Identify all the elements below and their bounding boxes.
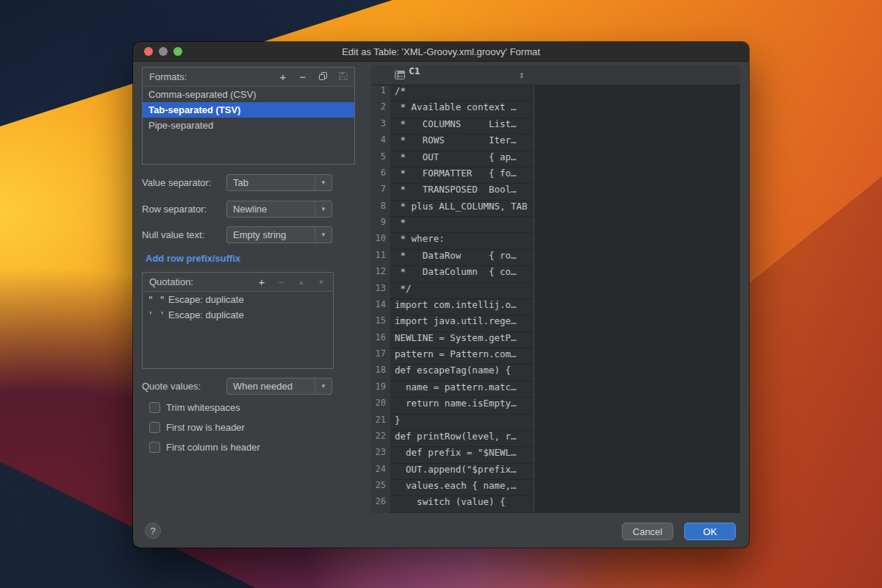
row-separator-dropdown[interactable]: Newline ▼ — [226, 201, 332, 218]
line-number: 23 — [371, 447, 390, 463]
code-line[interactable]: values.each { name,… — [390, 480, 534, 496]
editor-body: 1234567891011121314151617181920212223242… — [371, 85, 740, 513]
line-number: 19 — [371, 381, 390, 398]
quotation-list: " "Escape: duplicate' 'Escape: duplicate — [143, 292, 333, 323]
line-number: 20 — [371, 398, 390, 414]
dialog-title: Edit as Table: 'XML-Groovy.xml.groovy' F… — [342, 46, 540, 57]
add-row-prefix-suffix-link[interactable]: Add row prefix/suffix — [146, 253, 240, 264]
move-down-icon[interactable]: ▼ — [316, 279, 326, 286]
checkbox[interactable] — [149, 422, 160, 433]
formats-label: Formats: — [149, 71, 268, 82]
code-line[interactable]: return name.isEmpty… — [390, 398, 534, 414]
remove-icon[interactable]: − — [298, 71, 308, 83]
add-icon[interactable]: + — [257, 276, 267, 288]
line-number: 8 — [371, 201, 390, 217]
formats-header: Formats: + − — [143, 68, 354, 87]
quotation-desc: Escape: duplicate — [168, 294, 244, 305]
code-line[interactable]: def prefix = "$NEWL… — [390, 447, 534, 463]
code-line[interactable]: /* — [390, 85, 534, 101]
line-number: 14 — [371, 299, 390, 315]
line-number: 25 — [371, 480, 390, 496]
code-line[interactable]: * ROWS Iter… — [390, 135, 534, 151]
chevron-down-icon: ▼ — [315, 175, 331, 190]
dialog-content: Formats: + − Comma-separated (CSV)Tab-se… — [133, 62, 749, 548]
code-line[interactable]: def printRow(level, r… — [390, 431, 534, 447]
quotation-label: Quotation: — [149, 276, 247, 287]
column-header[interactable]: C1 ▴ ▾ — [371, 65, 740, 85]
table-column-icon — [395, 71, 405, 82]
format-item[interactable]: Pipe-separated — [143, 118, 354, 133]
quotation-desc: Escape: duplicate — [168, 309, 244, 320]
chevron-down-icon: ▼ — [315, 227, 331, 243]
code-line[interactable]: * DataColumn { co… — [390, 266, 534, 282]
code-line[interactable]: * Available context … — [390, 101, 534, 118]
code-line[interactable]: * TRANSPOSED Bool… — [390, 184, 534, 200]
line-number-gutter: 1234567891011121314151617181920212223242… — [371, 85, 390, 513]
close-button[interactable] — [144, 47, 153, 56]
code-line[interactable]: * OUT { ap… — [390, 151, 534, 168]
code-line[interactable]: * — [390, 217, 534, 233]
save-icon[interactable] — [337, 71, 348, 83]
checkbox-row[interactable]: Trim whitespaces — [149, 402, 260, 413]
checkbox-label: First column is header — [166, 442, 260, 453]
code-line[interactable]: OUT.append("$prefix… — [390, 464, 534, 480]
line-number: 10 — [371, 233, 390, 249]
cancel-button[interactable]: Cancel — [622, 523, 673, 540]
code-line[interactable]: } — [390, 415, 534, 431]
code-line[interactable]: * FORMATTER { fo… — [390, 168, 534, 184]
value-separator-dropdown[interactable]: Tab ▼ — [226, 174, 332, 191]
code-line[interactable]: * where: — [390, 233, 534, 249]
duplicate-icon[interactable] — [318, 71, 328, 83]
quotation-chars: " " — [148, 294, 168, 305]
checkbox-label: First row is header — [166, 422, 245, 433]
line-number: 11 — [371, 250, 390, 266]
titlebar: Edit as Table: 'XML-Groovy.xml.groovy' F… — [133, 42, 749, 62]
code-line[interactable]: pattern = Pattern.com… — [390, 348, 534, 365]
code-line[interactable]: * DataRow { ro… — [390, 250, 534, 266]
editor-empty-area — [534, 85, 740, 513]
checkbox-row[interactable]: First row is header — [149, 422, 260, 433]
line-number: 13 — [371, 283, 390, 299]
code-line[interactable]: name = pattern.matc… — [390, 381, 534, 398]
format-item[interactable]: Tab-separated (TSV) — [143, 102, 354, 118]
sort-stepper-icon[interactable]: ▴ ▾ — [520, 71, 523, 79]
code-line[interactable]: NEWLINE = System.getP… — [390, 332, 534, 348]
checkbox-row[interactable]: First column is header — [149, 442, 260, 453]
quotation-panel: Quotation: + − ▲ ▼ " "Escape: duplicate'… — [142, 272, 334, 369]
null-value-label: Null value text: — [142, 226, 204, 243]
add-icon[interactable]: + — [278, 71, 288, 83]
null-value-value: Empty string — [227, 227, 315, 243]
formats-panel: Formats: + − Comma-separated (CSV)Tab-se… — [142, 67, 355, 165]
code-column: /* * Available context … * COLUMNS List…… — [390, 85, 534, 513]
code-line[interactable]: * COLUMNS List… — [390, 118, 534, 135]
value-separator-value: Tab — [227, 175, 315, 190]
help-button[interactable]: ? — [145, 523, 161, 539]
format-item[interactable]: Comma-separated (CSV) — [143, 87, 354, 102]
quotation-chars: ' ' — [148, 309, 168, 320]
minimize-button[interactable] — [159, 47, 168, 56]
code-line[interactable]: * plus ALL_COLUMNS, TAB — [390, 201, 534, 217]
row-separator-value: Newline — [227, 201, 315, 217]
line-number: 22 — [371, 431, 390, 447]
quotation-item[interactable]: ' 'Escape: duplicate — [143, 307, 333, 323]
checkbox[interactable] — [149, 402, 160, 413]
code-line[interactable]: */ — [390, 283, 534, 299]
desktop: Edit as Table: 'XML-Groovy.xml.groovy' F… — [0, 0, 882, 588]
quotation-toolbar: + − ▲ ▼ — [247, 276, 326, 288]
code-line[interactable]: import com.intellij.o… — [390, 299, 534, 315]
line-number: 12 — [371, 266, 390, 282]
ok-button[interactable]: OK — [684, 523, 736, 540]
null-value-dropdown[interactable]: Empty string ▼ — [226, 226, 332, 243]
checkbox[interactable] — [149, 442, 160, 453]
code-line[interactable]: switch (value) { — [390, 496, 534, 512]
quote-values-dropdown[interactable]: When needed ▼ — [226, 378, 332, 395]
chevron-down-icon: ▼ — [315, 379, 331, 394]
move-up-icon[interactable]: ▲ — [296, 279, 306, 286]
code-line[interactable]: import java.util.rege… — [390, 315, 534, 331]
remove-icon[interactable]: − — [276, 276, 287, 288]
code-line[interactable]: def escapeTag(name) { — [390, 365, 534, 381]
quotation-item[interactable]: " "Escape: duplicate — [143, 292, 333, 307]
checkbox-label: Trim whitespaces — [166, 402, 240, 413]
zoom-button[interactable] — [173, 47, 182, 56]
table-preview-editor: C1 ▴ ▾ 123456789101112131415161718192021… — [371, 65, 740, 513]
